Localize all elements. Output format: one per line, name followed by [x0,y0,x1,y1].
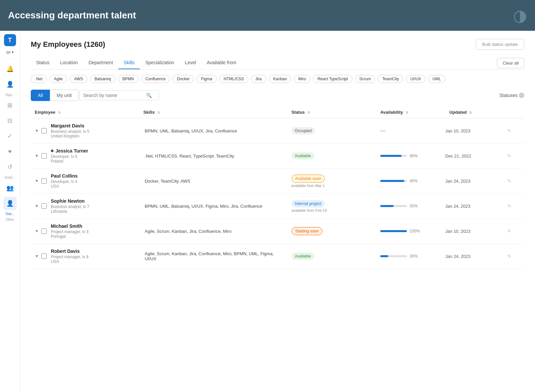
tab-specialization[interactable]: Specialization [140,57,179,69]
table-row: ▼ Sophie Newton Business analyst, lv 7 L… [31,194,524,219]
sidebar-item-empl[interactable]: Empl... [5,176,15,179]
updated-date: Jan 10, 2023 [445,229,505,234]
tab-status[interactable]: Status [31,57,55,69]
bell-icon[interactable]: 🔔 [3,62,17,76]
status-badge: Available [292,253,314,260]
sidebar-item-stat[interactable]: Stat... [5,212,14,216]
chip-scrum[interactable]: Scrum [355,75,376,83]
action-cell: ✎ [505,194,524,219]
check-icon[interactable]: ✓ [3,129,17,143]
row-checkbox[interactable] [41,254,47,259]
edit-icon[interactable]: ✎ [507,203,511,209]
chip-balsamiq[interactable]: Balsamiq [90,75,115,83]
chip-confluence[interactable]: Confluence [141,75,170,83]
th-updated: Updated ⇅ [445,106,505,118]
availability-bar-fill [380,180,404,182]
table-row: ▼ Paul Collins Developer, lv 4 USA Docke… [31,169,524,194]
availability-bar-bg [380,205,407,207]
history-icon[interactable]: ↺ [3,160,17,174]
chip-bpmn[interactable]: BPMN [118,75,138,83]
user-profile-icon[interactable]: 👤 [3,78,17,91]
chip-jira[interactable]: Jira [251,75,266,83]
view-my-unit-button[interactable]: My unit [50,90,79,101]
chip-docker[interactable]: Docker [173,75,194,83]
sort-skills-icon[interactable]: ⇅ [157,111,160,114]
employee-location: Portugal [51,234,111,239]
row-checkbox[interactable] [41,203,47,209]
tab-department[interactable]: Department [83,57,118,69]
row-checkbox[interactable] [41,228,47,234]
availability-bar-fill [380,205,394,207]
chip-aws[interactable]: AWS [70,75,88,83]
updated-cell: Jan 24, 2023 [445,244,505,269]
group-icon[interactable]: 👥 [3,181,17,195]
row-expand-icon[interactable]: ▼ [35,128,39,133]
sidebar-item-opp[interactable]: Opp... [5,93,14,97]
search-icon[interactable]: 🔍 [146,93,152,98]
page-title-row: My Employees (1260) Bulk status update [31,39,524,50]
employee-info: Sophie Newton Business analyst, lv 7 Lit… [51,198,111,214]
employee-cell: ▼ Robert Davis Project manager, lv 8 USA [31,244,139,269]
chip-figma[interactable]: Figma [197,75,216,83]
statuses-info-icon[interactable]: i [519,93,524,98]
sort-status-icon[interactable]: ⇅ [307,111,310,114]
chip-uml[interactable]: UML [428,75,445,83]
row-expand-icon[interactable]: ▼ [35,204,39,208]
edit-icon[interactable]: ✎ [507,228,511,234]
availability-cell: 80% [376,143,445,169]
filter-tabs: Status Location Department Skills Specia… [31,57,524,70]
chip-miro[interactable]: Miro [294,75,310,83]
edit-icon[interactable]: ✎ [507,153,511,159]
availability-bar-fill [380,155,402,157]
table-icon[interactable]: ⊟ [3,114,17,127]
row-expand-icon[interactable]: ▼ [35,229,39,233]
sidebar-logo[interactable]: T [4,34,16,46]
row-checkbox[interactable] [41,178,47,184]
edit-icon[interactable]: ✎ [507,128,511,133]
sidebar: T SF ▾ 🔔 👤 Opp... ⊞ ⊟ ✓ ♥ ↺ Empl... 👥 👤 … [0,31,20,392]
action-cell: ✎ [505,118,524,143]
tab-location[interactable]: Location [55,57,83,69]
edit-icon[interactable]: ✎ [507,178,511,184]
status-sub: available from Feb 19 [292,208,372,212]
th-action [505,106,524,118]
sidebar-item-other[interactable]: Other [6,218,14,221]
chip-htmlcss[interactable]: HTML/CSS [219,75,248,83]
sort-employee-icon[interactable]: ⇅ [58,111,61,114]
chip-teamcity[interactable]: TeamCity [378,75,403,83]
clear-all-button[interactable]: Clear all [497,58,524,68]
employee-info: Michael Smith Project manager, lv 3 Port… [51,223,111,239]
sort-updated-icon[interactable]: ⇅ [469,111,472,114]
row-expand-icon[interactable]: ▼ [35,254,39,259]
sort-availability-icon[interactable]: ⇅ [406,111,408,114]
view-all-button[interactable]: All [31,90,50,101]
row-expand-icon[interactable]: ▼ [35,179,39,183]
availability-cell: 90% [376,169,445,194]
chip-react-ts[interactable]: React TypeScript [313,75,352,83]
chip-uiux[interactable]: UI/UX [406,75,425,83]
employee-skills: BPMN, UML, Balsamiq, UI/UX, Figma, Miro,… [139,204,288,209]
chip-agile[interactable]: Agile [49,75,67,83]
grid-icon[interactable]: ⊞ [3,99,17,112]
edit-icon[interactable]: ✎ [507,254,511,259]
search-input[interactable] [83,93,143,98]
tab-available-from[interactable]: Available from [201,57,241,69]
chip-net[interactable]: .Net [31,75,47,83]
tab-skills[interactable]: Skills [118,57,140,69]
row-checkbox[interactable] [41,128,47,133]
tab-level[interactable]: Level [180,57,201,69]
skill-chips-container: .Net Agile AWS Balsamiq BPMN Confluence … [31,75,524,83]
row-expand-icon[interactable]: ▼ [35,154,39,158]
employee-cell: ▼ Margaret Davis Business analyst, lv 5 … [31,118,139,143]
chip-kanban[interactable]: Kanban [269,75,291,83]
sidebar-user-abbr[interactable]: SF ▾ [5,50,15,55]
skills-cell: Docker, TeamCity, AWS [139,169,288,194]
people-icon[interactable]: 👤 [3,197,17,210]
row-checkbox[interactable] [41,153,47,159]
updated-cell: Jan 24, 2023 [445,169,505,194]
skills-cell: Agile, Scrum, Kanban, Jira, Confluence, … [139,244,288,269]
employee-name: Paul Collins [51,173,111,179]
bulk-status-update-button[interactable]: Bulk status update [476,39,524,50]
heart-icon[interactable]: ♥ [3,145,17,158]
updated-cell: Jan 10, 2023 [445,219,505,244]
